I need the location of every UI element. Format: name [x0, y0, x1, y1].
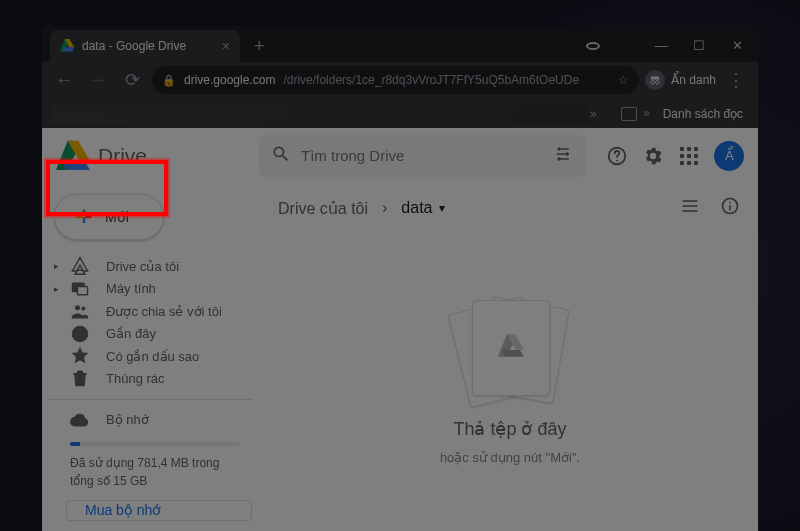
breadcrumb-current-label: data [401, 199, 432, 217]
search-bar[interactable] [259, 135, 586, 177]
sidebar-item-starred[interactable]: Có gắn dấu sao [48, 346, 252, 366]
recent-icon [70, 324, 90, 344]
storage-fill [70, 442, 80, 446]
svg-point-17 [75, 305, 80, 310]
drive-brand[interactable]: Drive [56, 139, 249, 173]
bookmarks-overflow-icon[interactable]: » [590, 107, 597, 121]
close-tab-button[interactable]: × [222, 38, 230, 54]
sidebar-item-label: Bộ nhớ [106, 412, 149, 427]
drive-app: Drive Ẩ [42, 128, 758, 531]
sidebar-item-recent[interactable]: Gần đây [48, 323, 252, 343]
svg-point-9 [557, 147, 560, 150]
view-list-icon[interactable] [680, 196, 700, 220]
plus-icon [73, 206, 95, 228]
minimize-button[interactable]: — [654, 38, 668, 53]
svg-point-22 [729, 202, 731, 204]
reload-button[interactable]: ⟳ [118, 66, 146, 94]
search-icon [271, 144, 291, 168]
drive-logo-icon [56, 139, 90, 173]
breadcrumb-root[interactable]: Drive của tôi [270, 195, 376, 222]
drive-favicon-icon [60, 39, 74, 53]
sidebar-item-label: Gần đây [106, 326, 156, 341]
search-input[interactable] [301, 147, 544, 164]
media-indicator-icon [586, 42, 600, 50]
bookmarks-bar: » Danh sách đọc [42, 98, 758, 128]
info-icon[interactable] [720, 196, 740, 220]
header-actions: Ẩ [606, 141, 744, 171]
main-area: Drive của tôi › data ▾ [262, 184, 758, 531]
file-pile-illustration [450, 298, 570, 408]
sidebar-item-shared[interactable]: Được chia sẻ với tôi [48, 301, 252, 321]
drive-header: Drive Ẩ [42, 128, 758, 184]
browser-menu-button[interactable]: ⋮ [722, 66, 750, 94]
sidebar-item-storage[interactable]: Bộ nhớ [48, 409, 252, 429]
settings-icon[interactable] [642, 145, 664, 167]
divider [48, 399, 252, 400]
buy-storage-button[interactable]: Mua bộ nhớ [66, 500, 252, 521]
back-button[interactable]: ← [50, 66, 78, 94]
sidebar-item-computers[interactable]: ▸ Máy tính [48, 278, 252, 298]
reading-list-button[interactable]: Danh sách đọc [663, 107, 743, 121]
dropzone-subtitle: hoặc sử dụng nút "Mới". [440, 450, 580, 465]
trash-icon [70, 368, 90, 388]
apps-grid-icon[interactable] [678, 145, 700, 167]
chevron-down-icon: ▾ [439, 201, 445, 215]
chevron-right-icon: › [382, 199, 387, 217]
maximize-button[interactable]: ☐ [692, 38, 706, 53]
search-options-icon[interactable] [554, 144, 574, 168]
brand-text: Drive [98, 144, 147, 168]
expand-icon[interactable]: ▸ [54, 284, 59, 294]
new-button[interactable]: Mới [54, 194, 164, 240]
window-controls: — ☐ ✕ [586, 38, 744, 53]
sidebar-item-label: Máy tính [106, 281, 156, 296]
new-tab-button[interactable]: + [240, 30, 279, 62]
reading-list-icon [621, 107, 637, 121]
sidebar-item-label: Có gắn dấu sao [106, 349, 199, 364]
svg-point-5 [656, 81, 660, 85]
computers-icon [70, 279, 90, 299]
sidebar-item-label: Thùng rác [106, 371, 165, 386]
sidebar-item-label: Drive của tôi [106, 259, 179, 274]
breadcrumb-current[interactable]: data ▾ [393, 195, 452, 221]
star-icon [70, 346, 90, 366]
my-drive-icon [70, 256, 90, 276]
sidebar: Mới ▸ Drive của tôi ▸ Máy tính Được chia… [42, 184, 262, 531]
svg-rect-16 [78, 286, 88, 294]
tab-title: data - Google Drive [82, 39, 186, 53]
bookmark-star-icon[interactable]: ☆ [618, 73, 629, 87]
account-avatar[interactable]: Ẩ [714, 141, 744, 171]
sidebar-item-my-drive[interactable]: ▸ Drive của tôi [48, 256, 252, 276]
expand-icon[interactable]: ▸ [54, 261, 59, 271]
svg-point-18 [81, 307, 85, 311]
url-path: /drive/folders/1ce_r8dq3vVroJT7FfY5uQ5bA… [283, 73, 579, 87]
sidebar-item-label: Được chia sẻ với tôi [106, 304, 222, 319]
forward-button[interactable]: → [84, 66, 112, 94]
new-button-label: Mới [105, 209, 129, 225]
svg-point-11 [557, 157, 560, 160]
address-bar[interactable]: 🔒 drive.google.com/drive/folders/1ce_r8d… [152, 66, 639, 94]
breadcrumb-row: Drive của tôi › data ▾ [262, 184, 758, 232]
storage-section: Đã sử dụng 781,4 MB trong tổng số 15 GB [48, 432, 252, 490]
storage-text: Đã sử dụng 781,4 MB trong tổng số 15 GB [70, 454, 240, 490]
profile-label: Ẩn danh [671, 73, 716, 87]
url-host: drive.google.com [184, 73, 275, 87]
svg-point-10 [566, 152, 569, 155]
shared-icon [70, 301, 90, 321]
incognito-icon[interactable] [645, 70, 665, 90]
empty-drop-zone[interactable]: Thả tệp ở đây hoặc sử dụng nút "Mới". [262, 232, 758, 531]
browser-window: — ☐ ✕ data - Google Drive × + ← → ⟳ 🔒 dr… [42, 26, 758, 531]
close-window-button[interactable]: ✕ [730, 38, 744, 53]
dropzone-title: Thả tệp ở đây [453, 418, 566, 440]
lock-icon: 🔒 [162, 74, 176, 87]
bookmark-placeholder [50, 105, 590, 123]
svg-point-4 [651, 81, 655, 85]
sidebar-item-trash[interactable]: Thùng rác [48, 368, 252, 388]
browser-tab[interactable]: data - Google Drive × [50, 30, 240, 62]
cloud-icon [70, 410, 90, 430]
storage-bar [70, 442, 240, 446]
address-row: ← → ⟳ 🔒 drive.google.com/drive/folders/1… [42, 62, 758, 98]
help-icon[interactable] [606, 145, 628, 167]
svg-point-13 [616, 159, 618, 161]
